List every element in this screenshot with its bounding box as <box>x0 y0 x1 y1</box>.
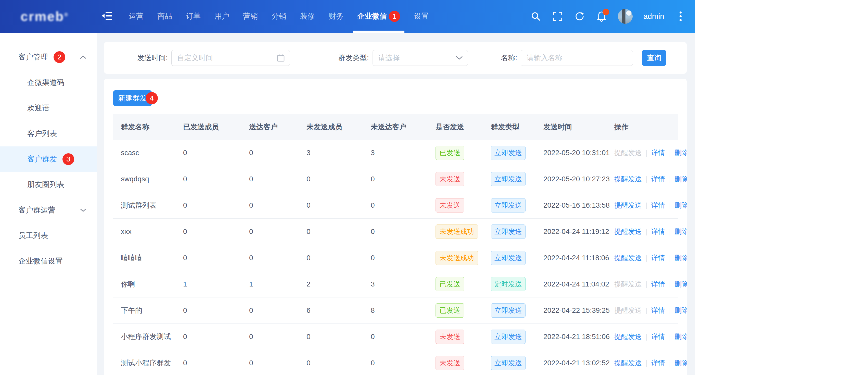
detail-link[interactable]: 详情 <box>651 254 665 262</box>
send-time-input[interactable] <box>172 50 290 66</box>
kebab-menu-icon[interactable] <box>675 11 686 22</box>
op-divider <box>646 150 647 156</box>
cell-send-status: 已发送 <box>428 271 483 297</box>
nav-item-finance[interactable]: 财务 <box>322 0 350 33</box>
column-header: 未发送成员 <box>299 114 363 140</box>
column-header: 已发送成员 <box>176 114 242 140</box>
cell-massend-type: 定时发送 <box>483 271 536 297</box>
op-divider <box>670 360 670 367</box>
avatar[interactable] <box>618 9 633 24</box>
refresh-icon[interactable] <box>574 11 585 22</box>
remind-send-link[interactable]: 提醒发送 <box>614 359 642 367</box>
fullscreen-icon[interactable] <box>552 11 563 22</box>
delete-link[interactable]: 删除 <box>675 307 687 314</box>
column-header: 操作 <box>607 114 678 140</box>
sidebar-item-moments-list[interactable]: 朋友圈列表 <box>0 172 97 198</box>
nav-item-orders[interactable]: 订单 <box>179 0 208 33</box>
op-divider <box>670 150 670 156</box>
nav-item-work-wechat[interactable]: 企业微信1 <box>350 0 407 33</box>
cell-sent-members: 0 <box>176 219 242 245</box>
create-massend-button[interactable]: 新建群发 4 <box>113 90 152 106</box>
nav-item-operations[interactable]: 运营 <box>122 0 150 33</box>
cell-massend-name: swqdqsq <box>113 166 176 192</box>
detail-link[interactable]: 详情 <box>651 307 665 314</box>
cell-delivered-customers: 0 <box>242 166 299 192</box>
delete-link[interactable]: 删除 <box>675 175 687 183</box>
send-status-tag: 已发送 <box>436 277 464 291</box>
massend-type-tag: 立即发送 <box>491 251 526 265</box>
sidebar-item-label: 客户列表 <box>27 128 57 139</box>
nav-item-label: 装修 <box>300 11 315 22</box>
sidebar-item-customer-management[interactable]: 客户管理2 <box>0 45 97 70</box>
topbar: crmeb® 运营商品订单用户营销分销装修财务企业微信1设置 <box>0 0 695 33</box>
detail-link[interactable]: 详情 <box>651 359 665 367</box>
remind-send-link[interactable]: 提醒发送 <box>614 175 642 183</box>
delete-link[interactable]: 删除 <box>675 280 687 288</box>
remind-send-link[interactable]: 提醒发送 <box>614 202 642 209</box>
cell-delivered-customers: 1 <box>242 271 299 297</box>
delete-link[interactable]: 删除 <box>675 333 687 341</box>
sidebar-item-customer-mass-send[interactable]: 客户群发3 <box>0 146 97 172</box>
detail-link[interactable]: 详情 <box>651 175 665 183</box>
search-icon[interactable] <box>530 11 541 22</box>
sidebar-item-customer-group-operation[interactable]: 客户群运营 <box>0 198 97 223</box>
delete-link[interactable]: 删除 <box>675 149 687 156</box>
detail-link[interactable]: 详情 <box>651 149 665 156</box>
send-time-label: 发送时间: <box>137 53 168 63</box>
nav-item-distribution[interactable]: 分销 <box>265 0 293 33</box>
sidebar-item-customer-list[interactable]: 客户列表 <box>0 121 97 146</box>
sidebar-item-work-wechat-settings[interactable]: 企业微信设置 <box>0 249 97 274</box>
collapse-sidebar-button[interactable] <box>99 9 115 24</box>
app-logo[interactable]: crmeb® <box>0 9 89 24</box>
cell-send-time: 2022-04-24 11:04:02 <box>536 271 607 297</box>
op-divider <box>670 255 670 262</box>
sidebar-item-welcome-message[interactable]: 欢迎语 <box>0 95 97 121</box>
filter-massend-type: 群发类型: 请选择 <box>338 50 468 66</box>
delete-link[interactable]: 删除 <box>675 359 687 367</box>
table-row: 你啊1123已发送定时发送2022-04-24 11:04:02提醒发送详情删除 <box>113 271 678 297</box>
remind-send-link[interactable]: 提醒发送 <box>614 333 642 341</box>
sidebar-item-wecom-channel-code[interactable]: 企微渠道码 <box>0 70 97 95</box>
notifications-bell-icon[interactable] <box>596 11 607 22</box>
sidebar-item-label: 员工列表 <box>18 231 48 241</box>
nav-item-products[interactable]: 商品 <box>150 0 179 33</box>
massend-type-select[interactable]: 请选择 <box>373 50 468 66</box>
search-button[interactable]: 查询 <box>642 50 666 66</box>
cell-undelivered-customers: 3 <box>363 271 428 297</box>
detail-link[interactable]: 详情 <box>651 280 665 288</box>
cell-massend-type: 立即发送 <box>483 166 536 192</box>
sidebar-item-staff-list[interactable]: 员工列表 <box>0 223 97 249</box>
delete-link[interactable]: 删除 <box>675 202 687 209</box>
op-divider <box>646 176 647 183</box>
cell-unsent-members: 0 <box>299 245 363 271</box>
cell-undelivered-customers: 0 <box>363 324 428 350</box>
cell-massend-type: 立即发送 <box>483 192 536 219</box>
cell-send-time: 2022-05-20 10:27:23 <box>536 166 607 192</box>
nav-item-decoration[interactable]: 装修 <box>293 0 322 33</box>
nav-item-marketing[interactable]: 营销 <box>236 0 265 33</box>
cell-sent-members: 0 <box>176 324 242 350</box>
delete-link[interactable]: 删除 <box>675 228 687 235</box>
nav-item-settings[interactable]: 设置 <box>407 0 436 33</box>
remind-send-link[interactable]: 提醒发送 <box>614 228 642 235</box>
cell-unsent-members: 0 <box>299 192 363 219</box>
send-time-picker[interactable] <box>172 50 290 66</box>
name-input[interactable] <box>521 50 633 66</box>
sidebar-item-label: 欢迎语 <box>27 103 50 113</box>
app-logo-text: crmeb® <box>21 9 69 24</box>
cell-massend-type: 立即发送 <box>483 140 536 166</box>
remind-send-link[interactable]: 提醒发送 <box>614 254 642 262</box>
detail-link[interactable]: 详情 <box>651 228 665 235</box>
cell-delivered-customers: 0 <box>242 245 299 271</box>
nav-item-users[interactable]: 用户 <box>208 0 236 33</box>
cell-massend-name: 小程序群发测试 <box>113 324 176 350</box>
cell-operations: 提醒发送详情删除 <box>607 140 678 166</box>
column-header: 是否发送 <box>428 114 483 140</box>
table-row: 嘻嘻嘻0000未发送成功立即发送2022-04-24 11:18:06提醒发送详… <box>113 245 678 271</box>
massend-type-tag: 立即发送 <box>491 146 526 160</box>
detail-link[interactable]: 详情 <box>651 333 665 341</box>
cell-send-status: 未发送 <box>428 350 483 375</box>
detail-link[interactable]: 详情 <box>651 202 665 209</box>
user-name[interactable]: admin <box>643 12 664 21</box>
delete-link[interactable]: 删除 <box>675 254 687 262</box>
